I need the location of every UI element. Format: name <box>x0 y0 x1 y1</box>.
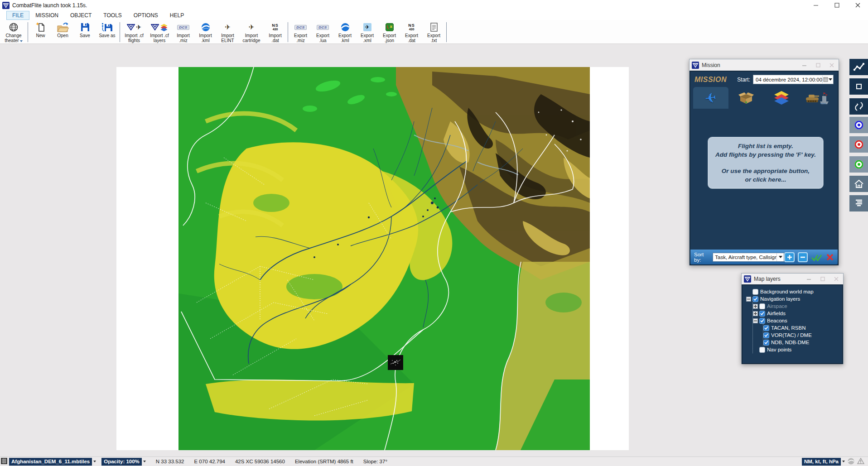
save-button[interactable]: Save <box>74 21 96 43</box>
close-icon[interactable] <box>825 59 839 71</box>
window-titlebar[interactable]: CombatFlite launch took 1.15s. <box>0 0 868 10</box>
checkbox-checked[interactable] <box>763 332 769 338</box>
layer-navigation-layers: Navigation layers <box>746 295 840 303</box>
tab-ground-naval-units[interactable] <box>799 87 834 109</box>
briefing-notes-button[interactable] <box>849 195 868 211</box>
ns430-icon: NS430 <box>408 21 415 33</box>
checkbox-checked[interactable] <box>763 340 769 346</box>
checkbox-unchecked[interactable] <box>759 347 765 353</box>
sort-by-label: Sort by: <box>694 252 710 263</box>
menu-help[interactable]: HELP <box>164 11 190 20</box>
menu-mission[interactable]: MISSION <box>29 11 64 20</box>
minimize-icon[interactable] <box>802 274 816 285</box>
export-miz-button[interactable]: DCS Export .miz <box>289 21 312 43</box>
layer-vortac-dme: VOR(TAC) / DME <box>763 331 840 339</box>
globe-status-icon[interactable] <box>848 458 854 466</box>
afghanistan-dem-terrain-map[interactable] <box>178 67 590 450</box>
save-as-button[interactable]: Save as <box>96 21 118 43</box>
export-txt-button[interactable]: Export .txt <box>423 21 445 43</box>
menu-file[interactable]: FILE <box>6 11 29 20</box>
expand-icon[interactable] <box>753 311 758 316</box>
export-kml-button[interactable]: Export .kml <box>334 21 356 43</box>
export-lua-button[interactable]: DCS Export .lua <box>312 21 334 43</box>
menu-tools[interactable]: TOOLS <box>97 11 127 20</box>
checkbox-checked[interactable] <box>752 296 758 302</box>
chevron-down-icon[interactable] <box>93 461 96 462</box>
maximize-icon[interactable] <box>816 274 829 285</box>
change-theater-button[interactable]: Change theater <box>1 21 26 43</box>
checkbox-checked[interactable] <box>759 318 765 324</box>
close-icon[interactable] <box>829 274 843 285</box>
collapse-icon[interactable] <box>753 318 758 323</box>
minimize-icon[interactable] <box>798 59 811 71</box>
checkbox-unchecked[interactable] <box>752 289 758 295</box>
units-selector[interactable]: NM, kt, ft, hPa <box>802 458 841 466</box>
bullseye-red-button[interactable] <box>849 136 868 153</box>
checkbox-checked[interactable] <box>759 311 765 317</box>
square-icon <box>856 83 862 90</box>
combatflite-logo-icon <box>2 2 10 9</box>
warning-icon[interactable] <box>857 458 864 465</box>
route-tool-button[interactable] <box>849 59 868 75</box>
start-label: Start: <box>737 77 750 83</box>
cf-layers-icon <box>151 21 168 33</box>
import-elint-button[interactable]: ✈ Import ELINT <box>217 21 239 43</box>
maximize-icon[interactable] <box>811 59 825 71</box>
mgrs-readout: 42S XC 59036 14560 <box>235 459 285 464</box>
tab-layers[interactable] <box>764 87 799 109</box>
tab-packages[interactable] <box>728 87 764 109</box>
export-json-button[interactable]: Export .json <box>378 21 400 43</box>
map-canvas[interactable] <box>116 67 629 450</box>
minimize-icon[interactable] <box>805 0 826 10</box>
collapse-icon[interactable] <box>746 297 751 302</box>
import-cartridge-button[interactable]: ✈ Import cartridge <box>239 21 264 43</box>
import-cf-flights-button[interactable]: ✈ Import .cf flights <box>121 21 147 43</box>
map-file-selector[interactable]: Afghanistan_DEM_6_11.mbtiles <box>9 458 92 466</box>
main-toolbar: Change theater New Open Save Save as ✈ I… <box>0 20 868 44</box>
open-button[interactable]: Open <box>52 21 74 43</box>
mission-start-datetime-input[interactable]: 04 décembre 2024, 12:00:00 <box>753 75 834 84</box>
flight-list-empty-message[interactable]: Flight list is empty. Add flights by pre… <box>708 137 824 189</box>
checkbox-checked[interactable] <box>763 325 769 331</box>
weather-wind-tool-button[interactable] <box>849 98 868 115</box>
mission-sort-bar: Sort by: Task, Aircraft type, Callsign <box>690 250 838 264</box>
jet-icon: ✈ <box>136 24 141 31</box>
import-kml-button[interactable]: Import .kml <box>194 21 217 43</box>
maximize-icon[interactable] <box>826 0 847 10</box>
cartridge-aircraft-icon: ✈ <box>249 21 255 33</box>
wind-swirl-icon <box>853 101 865 112</box>
add-flight-button[interactable] <box>784 252 794 262</box>
mission-panel-titlebar[interactable]: Mission <box>690 59 839 71</box>
tab-flights[interactable]: ✈ <box>693 87 728 109</box>
bullseye-green-button[interactable] <box>849 156 868 173</box>
calendar-dropdown-icon[interactable] <box>822 76 832 83</box>
import-miz-button[interactable]: DCS Import .miz <box>172 21 194 43</box>
menu-object[interactable]: OBJECT <box>64 11 97 20</box>
menu-options[interactable]: OPTIONS <box>128 11 164 20</box>
expand-icon[interactable] <box>753 304 758 309</box>
chevron-down-icon[interactable] <box>842 461 845 462</box>
new-button[interactable]: New <box>29 21 52 43</box>
remove-flight-button[interactable] <box>798 252 808 262</box>
map-layers-panel: Map layers Background world map Navigati… <box>741 273 844 364</box>
select-area-tool-button[interactable] <box>849 78 868 95</box>
import-dat-button[interactable]: NS430 Import .dat <box>264 21 286 43</box>
sort-by-select[interactable]: Task, Aircraft type, Callsign <box>713 253 784 262</box>
accept-all-button[interactable] <box>811 253 823 261</box>
opacity-selector[interactable]: Opacity: 100% <box>101 458 142 466</box>
chevron-down-icon[interactable] <box>143 461 146 462</box>
export-dat-button[interactable]: NS430 Export .dat <box>400 21 423 43</box>
cancel-button[interactable] <box>826 253 834 261</box>
checkbox-unchecked[interactable] <box>759 303 765 309</box>
mission-panel-title: Mission <box>702 62 720 68</box>
import-cf-layers-button[interactable]: Import .cf layers <box>147 21 172 43</box>
close-icon[interactable] <box>847 0 868 10</box>
map-inset-image[interactable] <box>388 355 403 370</box>
export-xml-button[interactable]: ✈ Export .xml <box>356 21 378 43</box>
window-title: CombatFlite launch took 1.15s. <box>12 2 87 9</box>
home-view-button[interactable] <box>849 176 868 192</box>
bullseye-blue-button[interactable] <box>849 117 868 133</box>
layer-nav-points: Nav points <box>753 346 840 353</box>
map-layers-titlebar[interactable]: Map layers <box>742 274 843 284</box>
dcs-icon: DCS <box>317 21 328 33</box>
